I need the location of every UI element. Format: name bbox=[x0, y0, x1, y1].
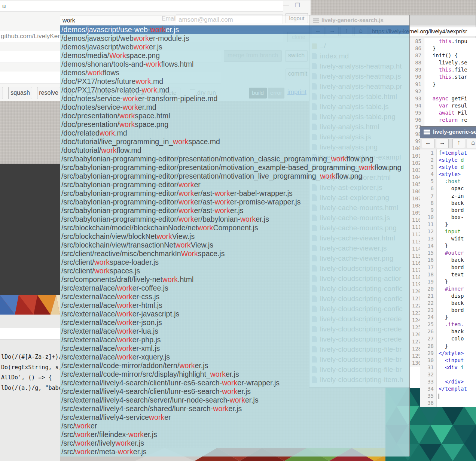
search-result-row[interactable]: /src/babylonian-programming-editor/prese… bbox=[60, 163, 409, 172]
home-button[interactable]: ⌂ bbox=[467, 139, 476, 148]
search-result-row[interactable]: /src/external/code-mirror/addon/tern/wor… bbox=[60, 361, 409, 370]
search-result-row[interactable]: /src/blockchain/view/blockNetworkView.js bbox=[60, 232, 409, 241]
diff-button[interactable]: ff bbox=[0, 87, 3, 99]
editor-titlebar[interactable]: lively-generic-search.js bbox=[420, 127, 476, 138]
search-result-row[interactable]: /src/worker/livelyworker.js bbox=[60, 439, 409, 448]
resolve-button[interactable]: resolve bbox=[37, 87, 60, 99]
search-result-row[interactable]: /src/external/code-mirror/src/display/hi… bbox=[60, 370, 409, 379]
search-result-row[interactable]: /src/babylonian-programming-editor/worke… bbox=[60, 215, 409, 224]
forward-button[interactable]: → bbox=[436, 139, 449, 148]
search-result-row[interactable]: /doc/tutorial/workflow.md bbox=[60, 146, 409, 155]
code-line: 35 bbox=[420, 392, 476, 400]
search-result-row[interactable]: /src/client/workspaces.js bbox=[60, 267, 409, 275]
sync-top-input[interactable]: u bbox=[0, 1, 283, 12]
window-title: lively-generic-search.js bbox=[433, 128, 476, 135]
menu-icon[interactable] bbox=[424, 130, 430, 131]
search-result-row[interactable]: /src/external/lively4-search/server/lunr… bbox=[60, 396, 409, 404]
code-line: 17 bord bbox=[420, 264, 476, 271]
code-line: 1f<templat bbox=[420, 149, 476, 157]
code-line: 11 } bbox=[420, 221, 476, 228]
text-cursor bbox=[439, 394, 439, 399]
fuzzy-search-overlay: work /demos/javascript/use-web-worker.js… bbox=[60, 15, 410, 456]
search-input[interactable]: work bbox=[60, 15, 409, 25]
search-result-row[interactable]: /src/external/ace/worker-php.js bbox=[60, 336, 409, 344]
left-editor-panel: lDo(/(#[A-Za-z]+)/Do(regExString, s,AllD… bbox=[0, 315, 60, 461]
code-line: 19 } bbox=[420, 278, 476, 285]
code-line: 31 <div i bbox=[420, 364, 476, 371]
search-result-row[interactable]: /doc/presentation/workspace.png bbox=[60, 120, 409, 129]
search-result-row[interactable]: /src/worker bbox=[60, 422, 409, 430]
search-result-row[interactable]: /src/babylonian-programming-editor/worke… bbox=[60, 206, 409, 215]
minimize-icon[interactable]: — bbox=[283, 2, 289, 8]
code-line: 92 bbox=[410, 88, 476, 95]
template-editor-window: lively-generic-search.js ← → ↑ ⌂ 1f<temp… bbox=[420, 126, 476, 406]
code-line: 3<style d bbox=[420, 164, 476, 171]
search-result-row[interactable]: /src/babylonian-programming-editor/prese… bbox=[60, 172, 409, 181]
search-result-row[interactable]: /src/worker/meta-worker.js bbox=[60, 448, 409, 456]
code-line: 86 } bbox=[410, 45, 476, 52]
left-editor-input[interactable] bbox=[0, 328, 60, 340]
search-result-row[interactable]: /src/external/lively4-search/shared/lunr… bbox=[60, 404, 409, 413]
code-line: Do(regExString, s, bbox=[1, 363, 62, 373]
up-button[interactable]: ↑ bbox=[452, 139, 465, 148]
search-result-row[interactable]: /src/external/ace/worker-lua.js bbox=[60, 327, 409, 336]
search-result-row[interactable]: /src/worker/fileindex-worker.js bbox=[60, 430, 409, 439]
code-line: 8 back bbox=[420, 200, 476, 207]
code-line: 16 back bbox=[420, 257, 476, 264]
code-line: 93 async getFi bbox=[410, 95, 476, 102]
template-code-editor[interactable]: 1f<templat2<style d3<style d4<style>5 :h… bbox=[420, 149, 476, 407]
code-line: 10 box- bbox=[420, 214, 476, 221]
search-result-row[interactable]: /src/babylonian-programming-editor/worke… bbox=[60, 189, 409, 198]
search-result-row[interactable]: /doc/presentation/workspace.html bbox=[60, 112, 409, 120]
code-line: 87 init() { bbox=[410, 52, 476, 59]
search-result-row[interactable]: /src/components/draft/lively-network.htm… bbox=[60, 275, 409, 284]
search-result-row[interactable]: /doc/notes/service-worker.md bbox=[60, 103, 409, 112]
search-result-row[interactable]: /demos/javascript/use-web-worker.js bbox=[60, 25, 409, 34]
search-result-row[interactable]: /src/external/lively4-serviceworker bbox=[60, 413, 409, 422]
code-line: 22 back bbox=[420, 300, 476, 307]
search-result-row[interactable]: /src/external/lively4-search/client/lunr… bbox=[60, 379, 409, 387]
back-button[interactable]: ← bbox=[422, 139, 434, 148]
search-result-row[interactable]: /src/external/ace/worker-coffee.js bbox=[60, 284, 409, 292]
search-result-row[interactable]: /doc/notes/service-worker-transform-pipe… bbox=[60, 94, 409, 103]
search-result-row[interactable]: /demos/javascript/webworker.js bbox=[60, 43, 409, 51]
search-result-row[interactable]: /src/external/ace/worker-xquery.js bbox=[60, 353, 409, 361]
code-line: 88 lively.se bbox=[410, 59, 476, 66]
search-result-row[interactable]: /doc/tutorial/live_programming_in_worksp… bbox=[60, 137, 409, 146]
search-result-row[interactable]: /doc/PX17/notes/futurework.md bbox=[60, 77, 409, 86]
search-result-row[interactable]: /src/external/ace/worker-json.js bbox=[60, 318, 409, 327]
search-result-row[interactable]: /src/client/reactive/misc/benchmarkInWor… bbox=[60, 249, 409, 258]
search-result-row[interactable]: /src/external/ace/worker-xml.js bbox=[60, 344, 409, 353]
code-line: 9 bord bbox=[420, 207, 476, 214]
search-result-row[interactable]: /src/babylonian-programming-editor/prese… bbox=[60, 155, 409, 163]
code-line: 12 input bbox=[420, 228, 476, 235]
search-result-row[interactable]: /src/babylonian-programming-editor/worke… bbox=[60, 181, 409, 189]
search-result-row[interactable]: /src/external/ace/worker-html.js bbox=[60, 301, 409, 310]
search-result-row[interactable]: /src/client/workspace-loader.js bbox=[60, 258, 409, 267]
code-line: 24 } bbox=[420, 314, 476, 321]
code-line: 29</style> bbox=[420, 350, 476, 357]
left-code-fragment: lDo(/(#[A-Za-z]+)/Do(regExString, s,AllD… bbox=[1, 352, 62, 393]
code-line: AllDo', () => { bbox=[1, 373, 62, 383]
search-result-row[interactable]: /demos/shonan/tools-and-workflows.html bbox=[60, 60, 409, 69]
search-result-row[interactable]: /doc/relatedwork.md bbox=[60, 129, 409, 137]
squash-button[interactable]: squash bbox=[8, 87, 32, 99]
search-result-row[interactable]: /doc/PX17/notes/related-work.md bbox=[60, 86, 409, 94]
search-result-row[interactable]: /src/blockchain/view/transactionNetworkV… bbox=[60, 241, 409, 249]
editor-toolbar: ← → ↑ ⌂ bbox=[420, 138, 476, 150]
search-result-row[interactable]: /demos/javascript/webworker-module.js bbox=[60, 34, 409, 43]
search-result-row[interactable]: /src/blockchain/model/blockchainNode/net… bbox=[60, 224, 409, 232]
code-line: 6 opac bbox=[420, 185, 476, 192]
search-result-row[interactable]: /src/babylonian-programming-editor/worke… bbox=[60, 198, 409, 206]
code-line: 20 #inner bbox=[420, 285, 476, 292]
search-result-row[interactable]: /src/external/ace/worker-javascript.js bbox=[60, 310, 409, 318]
code-line: 23 bord bbox=[420, 307, 476, 314]
search-result-row[interactable]: /src/external/ace/worker-css.js bbox=[60, 292, 409, 301]
search-result-row[interactable]: /src/external/lively4-search/client/lunr… bbox=[60, 387, 409, 396]
maximize-icon[interactable]: ❐ bbox=[295, 2, 300, 9]
code-line: 27 colo bbox=[420, 335, 476, 342]
search-result-row[interactable]: /demos/media/Workspace.png bbox=[60, 51, 409, 60]
wallpaper-left-triangles bbox=[0, 295, 60, 315]
search-result-row[interactable]: /demos/workflows bbox=[60, 69, 409, 77]
code-line: 13 widt bbox=[420, 235, 476, 242]
